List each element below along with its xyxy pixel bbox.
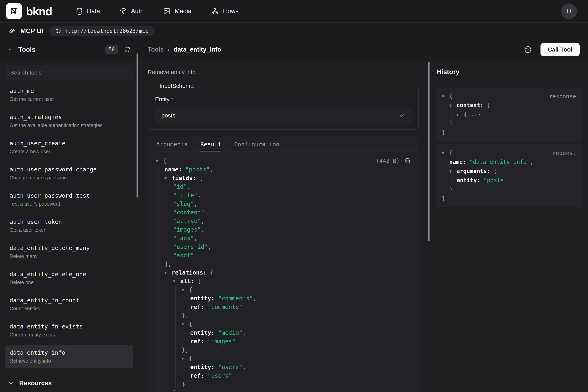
nav-item-media[interactable]: Media	[163, 8, 192, 15]
tab-result[interactable]: Result	[200, 137, 221, 151]
user-avatar[interactable]: D	[561, 4, 577, 19]
result-json-tree: ▼{(442 B)name: "posts",▼fields: ["id","t…	[148, 152, 419, 392]
history-card-response[interactable]: response▼{▼content: [▶{...}]}	[436, 88, 583, 142]
breadcrumb: Tools / data_entity_info	[148, 46, 221, 53]
json-children: ▼all: [▼{entity: "comments",ref: "commen…	[167, 277, 411, 392]
json-line: "asdf"	[173, 251, 411, 260]
mcp-url-pill[interactable]: http://localhost:28623/mcp	[49, 26, 155, 36]
resources-section-header[interactable]: Resources	[0, 374, 138, 392]
tool-name: auth_user_password_test	[9, 192, 128, 199]
line-meta: (442 B)	[376, 157, 411, 165]
top-navigation-bar: bknd DataAuthMediaFlows D	[0, 0, 588, 22]
json-line: ref: "images"	[190, 337, 411, 346]
json-line: "tags",	[173, 234, 411, 242]
tool-item-auth_user_password_test[interactable]: auth_user_password_testTest a user's pas…	[5, 188, 133, 211]
nav-item-auth[interactable]: Auth	[120, 8, 144, 15]
image-icon	[163, 8, 171, 15]
breadcrumb-current: data_entity_info	[174, 46, 221, 53]
entity-select[interactable]: posts	[155, 108, 411, 124]
tool-item-data_entity_fn_count[interactable]: data_entity_fn_countCount entities	[5, 292, 133, 316]
json-line: ▼content: [	[449, 101, 577, 110]
collapse-toggle-icon[interactable]: ▼	[165, 268, 172, 277]
tool-item-data_entity_delete_one[interactable]: data_entity_delete_oneDelete one	[5, 266, 133, 290]
json-line: "users_id",	[173, 242, 411, 251]
tool-item-auth_user_password_change[interactable]: auth_user_password_changeChange a user's…	[5, 162, 133, 185]
main-panel: Tools / data_entity_info Call Tool	[138, 39, 588, 392]
collapse-toggle-icon[interactable]: ▼	[449, 101, 456, 110]
main-scrollbar[interactable]	[428, 62, 429, 241]
json-line: name: "data_entity_info",	[449, 158, 577, 167]
collapse-toggle-icon[interactable]: ▼	[182, 286, 189, 294]
tool-item-auth_strategies[interactable]: auth_strategiesGet the available authent…	[5, 109, 133, 133]
expand-toggle-icon[interactable]: ▶	[457, 110, 464, 119]
history-card-label: response	[549, 92, 576, 101]
tool-item-data_entity_fn_exists[interactable]: data_entity_fn_existsCheck if entity exi…	[5, 319, 133, 342]
tool-description: Retrieve entity info	[148, 69, 419, 76]
json-line: ▼arguments: {	[449, 167, 577, 176]
tools-section-header[interactable]: Tools 50	[0, 39, 138, 60]
copy-icon[interactable]	[404, 158, 411, 164]
collapse-toggle-icon[interactable]: ▼	[442, 148, 449, 158]
json-line: },	[182, 311, 411, 320]
mcp-logo-icon	[8, 27, 15, 34]
collapse-toggle-icon[interactable]: ▼	[156, 157, 163, 165]
tools-sidebar: Tools 50 auth_meGet the current userauth…	[0, 39, 138, 392]
bknd-logo[interactable]: bknd	[6, 3, 52, 19]
json-line: ▼fields: [	[165, 174, 411, 182]
tool-detail-content: Retrieve entity info InputSchema Entity*…	[138, 60, 430, 392]
collapse-toggle-icon[interactable]: ▼	[449, 167, 456, 176]
collapse-toggle-icon[interactable]: ▼	[173, 277, 180, 286]
content-shell: Tools 50 auth_meGet the current userauth…	[0, 39, 588, 392]
json-line: ref: "comments"	[190, 303, 411, 311]
mcp-title: MCP UI	[20, 27, 43, 35]
breadcrumb-separator: /	[168, 46, 170, 53]
collapse-toggle-icon[interactable]: ▼	[442, 92, 449, 101]
nav-item-flows[interactable]: Flows	[211, 8, 238, 15]
search-input[interactable]	[5, 65, 133, 80]
required-mark: *	[172, 96, 174, 102]
nav-item-data[interactable]: Data	[76, 8, 100, 15]
workflow-icon	[211, 8, 218, 15]
tool-description: Get a user token	[9, 227, 128, 233]
tool-item-data_entity_delete_many[interactable]: data_entity_delete_manyDelete many	[5, 240, 133, 264]
tool-item-auth_me[interactable]: auth_meGet the current user	[5, 83, 133, 106]
tool-item-data_entity_info[interactable]: data_entity_infoRetrieve entity info	[5, 345, 133, 368]
history-card-request[interactable]: request▼{name: "data_entity_info",▼argum…	[436, 144, 583, 208]
tool-description: Retrieve entity info	[9, 358, 128, 364]
json-line: entity: "posts"	[457, 176, 577, 185]
json-line: entity: "users",	[190, 363, 411, 372]
json-line: "content",	[173, 208, 411, 217]
sidebar-scrollbar[interactable]	[137, 53, 138, 198]
chevron-down-icon[interactable]	[8, 380, 14, 386]
json-children: entity: "posts"	[451, 176, 577, 185]
collapse-toggle-icon[interactable]: ▼	[182, 320, 189, 328]
nav-item-label: Data	[87, 8, 100, 15]
tab-arguments[interactable]: Arguments	[156, 137, 188, 151]
tool-item-auth_user_create[interactable]: auth_user_createCreate a new user	[5, 136, 133, 159]
collapse-toggle-icon[interactable]: ▼	[165, 174, 172, 182]
history-card-label: request	[553, 149, 576, 158]
call-tool-button[interactable]: Call Tool	[541, 43, 580, 56]
refresh-tools-icon[interactable]	[124, 46, 131, 53]
chevron-up-icon[interactable]	[7, 46, 13, 52]
mcp-header-bar: MCP UI http://localhost:28623/mcp	[0, 22, 588, 39]
collapse-toggle-icon[interactable]: ▼	[182, 354, 189, 363]
json-line: entity: "media",	[190, 328, 411, 337]
history-icon[interactable]	[524, 45, 532, 54]
resources-section-title: Resources	[19, 380, 52, 387]
header-actions: Call Tool	[524, 43, 580, 56]
tool-description: Test a user's password	[9, 201, 128, 207]
tool-description: Count entities	[9, 306, 128, 312]
entity-select-value: posts	[162, 112, 175, 119]
tool-description: Create a new user	[9, 148, 128, 154]
history-title: History	[430, 60, 588, 84]
tool-item-auth_user_token[interactable]: auth_user_tokenGet a user token	[5, 214, 133, 237]
tool-description: Check if entity exists	[9, 332, 128, 338]
main-header: Tools / data_entity_info Call Tool	[138, 39, 588, 60]
json-line: ▼{	[182, 286, 411, 294]
main-row: Retrieve entity info InputSchema Entity*…	[138, 60, 588, 392]
breadcrumb-section[interactable]: Tools	[148, 46, 164, 53]
json-line: }	[442, 194, 577, 204]
tab-configuration[interactable]: Configuration	[234, 137, 279, 151]
json-line: ▼{	[182, 320, 411, 328]
